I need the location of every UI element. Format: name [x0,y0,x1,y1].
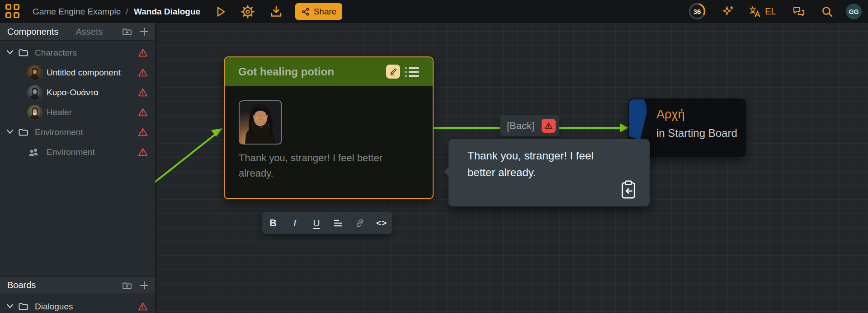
tree-item-label: Untitled component [47,68,121,78]
warning-icon[interactable] [138,147,148,157]
arrowhead-icon [211,128,222,137]
warning-icon[interactable] [138,107,148,117]
tree-item-label: Environment [47,147,95,157]
node-body-text[interactable]: Thank you, stranger! I feel better alrea… [239,150,415,181]
list-icon [405,66,419,78]
folder-icon [18,302,28,311]
tree-item-healer[interactable]: Healer [0,103,155,122]
portrait-figure [240,101,281,144]
warning-icon [544,122,553,130]
node-header[interactable]: Got healing potion [225,57,433,86]
top-bar: Game Engine Example / Wanda Dialogue [0,0,868,23]
folder-icon [18,127,28,136]
pencil-icon [389,68,397,76]
jumper-flag-icon [628,98,649,142]
tree-folder-dialogues[interactable]: Dialogues [0,297,155,313]
warning-icon[interactable] [138,68,148,77]
add-folder-button[interactable] [122,280,132,291]
character-avatar [27,65,42,80]
jumper-title: Αρχή [656,107,685,121]
tree-item-label: Κυρα-Ουάντα [47,88,99,98]
ai-sparkle-button[interactable] [721,5,735,19]
share-button[interactable]: Share [295,3,342,20]
chevron-down-icon[interactable] [6,50,14,55]
components-panel-header: Components Assets [0,23,155,41]
components-people-icon [28,147,40,157]
add-board-button[interactable] [139,280,150,291]
node-title[interactable]: Got healing potion [238,65,386,78]
tree-item-environment[interactable]: Environment [0,142,155,162]
connection-label-text: [Back] [507,120,534,132]
chevron-down-icon[interactable] [6,304,14,309]
dialogue-node-got-healing-potion[interactable]: Got healing potion [224,56,434,199]
tooltip-caret [444,167,448,176]
tree-item-label: Healer [47,107,72,117]
attributes-list-button[interactable] [405,65,420,79]
add-folder-button[interactable] [122,26,132,37]
warning-icon[interactable] [138,88,148,97]
character-portrait-image[interactable] [239,100,282,145]
tree-folder-environment[interactable]: Environment [0,122,155,142]
character-avatar [27,105,42,120]
play-button[interactable] [214,5,227,19]
search-button[interactable] [821,5,834,19]
breadcrumb-separator: / [126,0,128,23]
warning-icon[interactable] [138,302,148,311]
edit-node-button[interactable] [386,65,400,79]
italic-button[interactable]: I [286,214,304,232]
breadcrumb-project[interactable]: Game Engine Example [33,0,121,23]
boards-panel-header: Boards [0,276,155,294]
tree-item-kyra-ouanta[interactable]: Κυρα-Ουάντα [0,83,155,103]
credits-value: 36 [688,2,706,20]
connection-label-back[interactable]: [Back] [500,115,559,136]
tab-assets[interactable]: Assets [75,27,103,37]
connection-warning-button[interactable] [542,119,556,133]
breadcrumb-page-title: Wanda Dialogue [134,0,200,23]
character-avatar [27,85,42,100]
dialogue-preview-tooltip: Thank you, stranger! I feel better alrea… [448,139,650,206]
list-format-button[interactable] [329,214,347,232]
left-sidebar: Components Assets Characters [0,23,155,313]
tree-folder-label: Characters [35,48,77,58]
link-button[interactable] [351,214,369,232]
tree-folder-label: Dialogues [35,302,73,312]
credits-counter[interactable]: 36 [688,2,706,20]
app-window: Game Engine Example / Wanda Dialogue [0,0,868,313]
tree-folder-label: Environment [35,127,83,137]
underline-button[interactable]: U [307,214,326,232]
boards-title: Boards [7,280,36,290]
tree-item-untitled-component[interactable]: Untitled component [0,63,155,83]
link-icon [355,218,365,228]
comments-chat-button[interactable] [792,5,806,19]
share-button-label: Share [314,7,337,17]
list-format-icon [333,219,344,228]
clipboard-copy-icon[interactable] [620,180,637,199]
language-code-label[interactable]: EL [765,6,776,17]
tree-folder-characters[interactable]: Characters [0,43,155,63]
warning-icon[interactable] [138,48,148,57]
chevron-down-icon[interactable] [6,129,14,135]
user-avatar[interactable]: GG [846,4,862,19]
user-avatar-initials: GG [849,8,859,15]
jumper-subtitle: in Starting Board [656,127,737,140]
arrowhead-icon [620,123,628,132]
tab-components[interactable]: Components [7,27,58,37]
folder-icon [18,48,28,57]
text-format-toolbar: B I U <> [262,212,392,234]
translate-language-icon[interactable] [748,5,762,19]
board-canvas[interactable]: Got healing potion [155,23,868,313]
bold-button[interactable]: B [264,214,282,232]
download-button[interactable] [269,5,283,19]
share-icon [301,7,310,16]
app-logo-icon[interactable] [5,4,21,19]
warning-icon[interactable] [138,127,148,137]
settings-gear-button[interactable] [241,5,255,19]
code-button[interactable]: <> [373,214,391,232]
add-component-button[interactable] [139,26,150,37]
tooltip-text: Thank you, stranger! I feel better alrea… [467,147,621,181]
